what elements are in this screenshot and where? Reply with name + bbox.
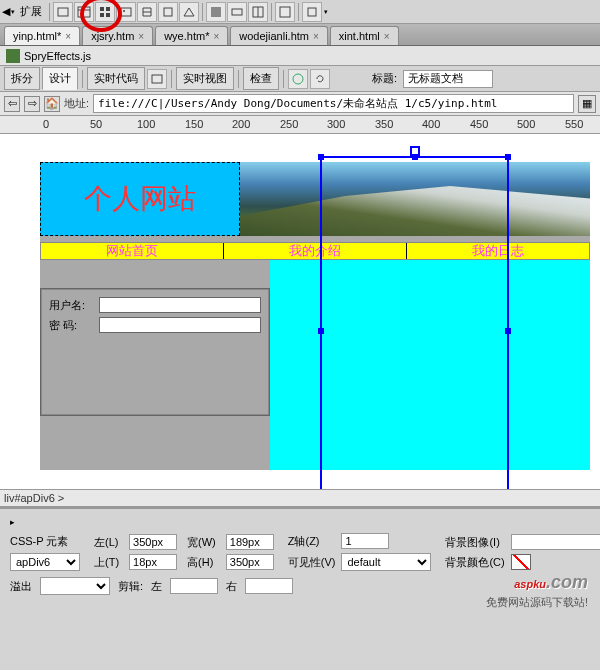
tab-xjsry[interactable]: xjsry.htm× — [82, 26, 153, 45]
tool-icon-9[interactable] — [227, 2, 247, 22]
tool-icon-8[interactable] — [206, 2, 226, 22]
address-label: 地址: — [64, 96, 89, 111]
left-label: 左(L) — [94, 535, 119, 550]
bgimg-input[interactable] — [511, 534, 600, 550]
title-input[interactable] — [403, 70, 493, 88]
svg-rect-4 — [106, 7, 110, 11]
password-input[interactable] — [99, 317, 261, 333]
tool-icon-6[interactable] — [158, 2, 178, 22]
design-button[interactable]: 设计 — [42, 67, 78, 90]
z-input[interactable] — [341, 533, 389, 549]
height-input[interactable] — [226, 554, 274, 570]
cssp-label: CSS-P 元素 — [10, 534, 80, 549]
split-button[interactable]: 拆分 — [4, 67, 40, 90]
login-form: 用户名: 密 码: — [40, 288, 270, 416]
clip-right-label: 右 — [226, 579, 237, 594]
tab-wye[interactable]: wye.htm*× — [155, 26, 228, 45]
tool-icon-4[interactable] — [116, 2, 136, 22]
resize-handle[interactable] — [505, 154, 511, 160]
live-view-button[interactable]: 实时视图 — [176, 67, 234, 90]
svg-rect-3 — [100, 7, 104, 11]
left-input[interactable] — [129, 534, 177, 550]
svg-rect-7 — [121, 8, 131, 16]
tag-selector-bar: liv#apDiv6 > — [0, 489, 600, 507]
expand-menu[interactable]: 扩展 — [16, 4, 46, 19]
spry-filename[interactable]: SpryEffects.js — [24, 50, 91, 62]
clip-left-input[interactable] — [170, 578, 218, 594]
tool-icon-3[interactable] — [95, 2, 115, 22]
svg-rect-14 — [280, 7, 290, 17]
clip-right-input[interactable] — [245, 578, 293, 594]
vis-select[interactable]: default — [341, 553, 431, 571]
resize-handle[interactable] — [318, 154, 324, 160]
clip-label: 剪辑: — [118, 579, 143, 594]
title-label: 标题: — [372, 71, 397, 86]
element-select[interactable]: apDiv6 — [10, 553, 80, 571]
nav-home[interactable]: 网站首页 — [41, 243, 224, 259]
close-icon[interactable]: × — [65, 31, 71, 42]
svg-rect-16 — [152, 75, 162, 83]
top-label: 上(T) — [94, 555, 119, 570]
tab-xint[interactable]: xint.html× — [330, 26, 399, 45]
nav-intro[interactable]: 我的介绍 — [224, 243, 407, 259]
tool-icon-11[interactable] — [275, 2, 295, 22]
nav-blog[interactable]: 我的日志 — [407, 243, 589, 259]
svg-rect-5 — [100, 13, 104, 17]
collapse-icon[interactable]: ▸ — [10, 517, 15, 527]
banner-image[interactable] — [240, 162, 590, 236]
pass-label: 密 码: — [49, 318, 99, 333]
overflow-label: 溢出 — [10, 579, 32, 594]
bgimg-label: 背景图像(I) — [445, 535, 504, 550]
close-icon[interactable]: × — [213, 31, 219, 42]
live-code-button[interactable]: 实时代码 — [87, 67, 145, 90]
main-toolbar: ◀ ▾ 扩展 ▾ — [0, 0, 600, 24]
right-column[interactable] — [270, 260, 590, 470]
document-tabs: yinp.html*× xjsry.htm× wye.htm*× wodejia… — [0, 24, 600, 46]
top-input[interactable] — [129, 554, 177, 570]
design-canvas[interactable]: 个人网站 网站首页 我的介绍 我的日志 用户名: 密 码: — [0, 134, 600, 489]
tool-icon-1[interactable] — [53, 2, 73, 22]
close-icon[interactable]: × — [313, 31, 319, 42]
logo-box[interactable]: 个人网站 — [40, 162, 240, 236]
horizontal-ruler: 0 50 100 150 200 250 300 350 400 450 500… — [0, 116, 600, 134]
tab-wodejianli[interactable]: wodejianli.htm× — [230, 26, 328, 45]
home-icon[interactable]: 🏠 — [44, 96, 60, 112]
width-label: 宽(W) — [187, 535, 216, 550]
inspect-button[interactable]: 检查 — [243, 67, 279, 90]
related-files-bar: SpryEffects.js — [0, 46, 600, 66]
selection-anchor[interactable] — [410, 146, 420, 156]
tool-icon-2[interactable] — [74, 2, 94, 22]
page-header: 个人网站 — [40, 162, 600, 236]
resize-handle[interactable] — [412, 154, 418, 160]
tag-path[interactable]: liv#apDiv6 > — [4, 492, 64, 504]
back-icon[interactable]: ⇦ — [4, 96, 20, 112]
tool-dropdown[interactable]: ▾ — [323, 8, 328, 16]
content-row: 用户名: 密 码: — [40, 260, 590, 470]
go-icon[interactable]: ▦ — [578, 95, 596, 113]
address-bar: ⇦ ⇨ 🏠 地址: ▦ — [0, 92, 600, 116]
svg-rect-6 — [106, 13, 110, 17]
forward-icon[interactable]: ⇨ — [24, 96, 40, 112]
svg-point-8 — [123, 10, 125, 12]
height-label: 高(H) — [187, 555, 216, 570]
address-input[interactable] — [93, 94, 574, 113]
overflow-select[interactable] — [40, 577, 110, 595]
close-icon[interactable]: × — [138, 31, 144, 42]
tool-icon-12[interactable] — [302, 2, 322, 22]
tool-icon-10[interactable] — [248, 2, 268, 22]
globe-icon[interactable] — [288, 69, 308, 89]
refresh-icon[interactable] — [310, 69, 330, 89]
nav-bar: 网站首页 我的介绍 我的日志 — [40, 242, 590, 260]
username-input[interactable] — [99, 297, 261, 313]
collapse-dropdown[interactable]: ◀ ▾ — [2, 5, 15, 18]
tab-yinp[interactable]: yinp.html*× — [4, 26, 80, 45]
live-code-icon[interactable] — [147, 69, 167, 89]
tool-icon-5[interactable] — [137, 2, 157, 22]
svg-rect-10 — [211, 7, 221, 17]
close-icon[interactable]: × — [384, 31, 390, 42]
svg-point-17 — [293, 74, 303, 84]
vis-label: 可见性(V) — [288, 555, 336, 570]
left-column: 用户名: 密 码: — [40, 260, 270, 470]
tool-icon-7[interactable] — [179, 2, 199, 22]
width-input[interactable] — [226, 534, 274, 550]
